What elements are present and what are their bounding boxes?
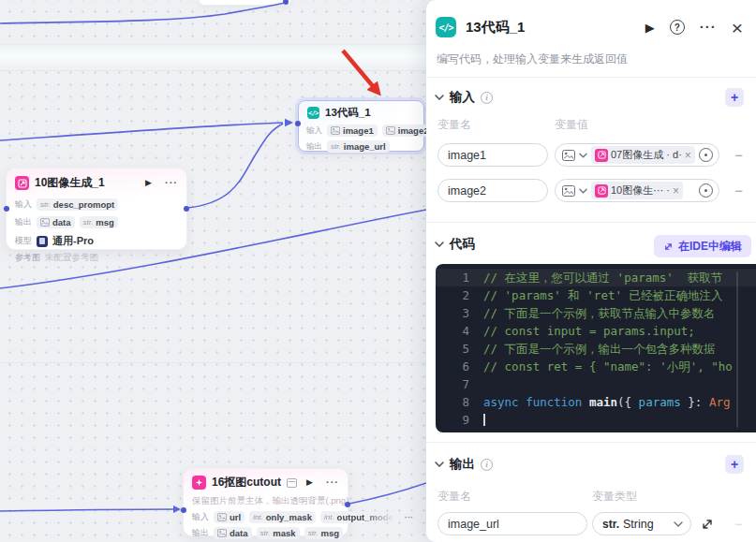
chevron-down-icon[interactable] — [579, 153, 587, 158]
var-tag: str.msg — [304, 527, 343, 539]
chevron-down-icon[interactable] — [579, 188, 587, 194]
node-description: 保留图片前景主体，输出透明背景(.png) — [184, 495, 348, 507]
edge-layer — [0, 0, 426, 542]
code-line: // 下面是一个示例，获取节点输入中参数名 — [483, 304, 716, 322]
input-section-header[interactable]: 输入 i — [435, 88, 493, 107]
run-button[interactable]: ▶ — [645, 22, 655, 34]
edit-in-ide-button[interactable]: 在IDE中编辑 — [654, 235, 751, 257]
column-var-type: 变量类型 — [592, 489, 637, 505]
line-number: 9 — [436, 411, 469, 429]
edit-in-ide-label: 在IDE中编辑 — [678, 239, 742, 255]
chevron-down-icon[interactable] — [435, 242, 444, 247]
remove-ref-icon[interactable]: × — [685, 150, 691, 161]
line-number: 3 — [436, 304, 469, 322]
column-var-name: 变量名 — [437, 489, 471, 505]
column-var-name: 变量名 — [437, 117, 471, 133]
edge — [0, 509, 174, 511]
annotation-arrow — [0, 0, 426, 542]
output-section-title: 输出 — [450, 456, 475, 473]
note-icon[interactable] — [287, 478, 297, 488]
expand-icon — [663, 242, 674, 252]
code-editor[interactable]: 1// 在这里，您可以通过 'params' 获取节 2// 'params' … — [436, 264, 756, 432]
var-tag: url — [214, 511, 245, 523]
info-icon: i — [481, 459, 493, 471]
var-value-control[interactable]: 10图像生⋯ · × — [555, 179, 719, 202]
code-section-header[interactable]: 代码 — [435, 235, 475, 254]
workflow-canvas[interactable]: 10图像生成_1 ▶ ··· 输入 str.desc_promopt 输出 da… — [0, 0, 426, 542]
line-number: 5 — [436, 340, 469, 358]
divider — [426, 222, 756, 223]
expand-icon[interactable] — [701, 518, 714, 531]
canvas-frame-line — [0, 362, 426, 363]
var-type-select[interactable]: str. String — [592, 512, 691, 535]
editor-scrollbar[interactable] — [736, 271, 738, 428]
code-section-title: 代码 — [450, 236, 475, 253]
more-icon[interactable]: ··· — [326, 477, 339, 488]
line-number: 2 — [436, 286, 469, 304]
var-name-input[interactable] — [437, 143, 548, 167]
input-section-title: 输入 — [450, 89, 475, 106]
var-tag: int.output_mode — [320, 511, 397, 523]
add-input-button[interactable]: + — [725, 88, 744, 107]
help-icon[interactable]: ? — [670, 20, 685, 35]
panel-subtitle: 编写代码，处理输入变量来生成返回值 — [437, 51, 628, 67]
node-title: 13代码_1 — [325, 106, 371, 120]
image-type-icon — [562, 185, 575, 197]
var-tag: str.mask — [257, 527, 300, 539]
code-line: // 在这里，您可以通过 'params' 获取节 — [483, 269, 722, 286]
code-icon: </> — [307, 107, 319, 119]
input-port[interactable] — [181, 507, 186, 513]
image-type-icon — [217, 529, 227, 537]
close-icon[interactable]: × — [732, 18, 743, 37]
output-section-header[interactable]: 输出 i — [435, 455, 493, 474]
line-number: 6 — [436, 358, 469, 375]
chevron-down-icon[interactable] — [435, 95, 444, 100]
line-number: 7 — [436, 375, 469, 393]
remove-row-button[interactable]: − — [734, 148, 743, 162]
run-node-icon[interactable]: ▶ — [145, 179, 152, 187]
var-tag: str.image_url — [327, 140, 390, 153]
var-name-input[interactable] — [437, 179, 548, 202]
code-icon: </> — [436, 17, 456, 37]
variable-ref-tag[interactable]: 10图像生⋯ · × — [591, 182, 683, 199]
node-config-panel: </> 13代码_1 ▶ ? ··· × 编写代码，处理输入变量来生成返回值 输… — [426, 0, 756, 542]
canvas-frame-band — [0, 44, 426, 71]
locate-node-icon[interactable] — [699, 183, 713, 198]
output-port[interactable] — [184, 206, 189, 212]
remove-row-button[interactable]: − — [734, 183, 743, 198]
input-port[interactable] — [295, 121, 301, 126]
output-port[interactable] — [345, 502, 350, 507]
partial-node-top[interactable] — [199, 0, 291, 6]
image-type-icon — [386, 126, 395, 135]
remove-row-button: − — [734, 517, 743, 531]
panel-header: </> 13代码_1 ▶ ? ··· × — [436, 13, 743, 41]
edge-arrowhead — [285, 119, 293, 127]
image-generate-icon — [595, 149, 608, 162]
locate-node-icon[interactable] — [699, 148, 713, 162]
var-tag: int.only_mask — [249, 511, 316, 523]
var-value-control[interactable]: 07图像生成 · d· × — [555, 143, 719, 167]
node-cutout[interactable]: 16抠图cutout ▶ ··· 保留图片前景主体，输出透明背景(.png) 输… — [183, 468, 348, 536]
node-imagegen[interactable]: 10图像生成_1 ▶ ··· 输入 str.desc_promopt 输出 da… — [6, 168, 187, 250]
more-icon[interactable]: ··· — [165, 178, 178, 188]
node-input-label: 输入 — [306, 125, 322, 137]
more-params-icon[interactable]: ··· — [402, 511, 417, 523]
node-output-label: 输出 — [306, 141, 322, 153]
code-line — [483, 411, 485, 429]
image-type-icon — [40, 218, 50, 227]
model-value: 通用-Pro — [52, 234, 94, 248]
line-number: 10 — [436, 429, 469, 432]
run-node-icon[interactable]: ▶ — [306, 478, 313, 487]
code-line: // const ret = { "name": '小明', "ho — [483, 358, 733, 375]
node-code[interactable]: </> 13代码_1 输入 image1 image2 输出 str.image… — [298, 100, 424, 152]
variable-ref-tag[interactable]: 07图像生成 · d· × — [591, 146, 695, 164]
node-output-label: 输出 — [15, 216, 32, 228]
add-output-button[interactable]: + — [725, 455, 744, 474]
more-icon[interactable]: ··· — [700, 23, 717, 31]
type-label: String — [623, 518, 670, 531]
input-port[interactable] — [4, 206, 9, 212]
line-number: 8 — [436, 393, 469, 411]
chevron-down-icon[interactable] — [435, 461, 444, 467]
remove-ref-icon[interactable]: × — [673, 185, 679, 197]
output-var-name-input[interactable] — [437, 512, 587, 535]
